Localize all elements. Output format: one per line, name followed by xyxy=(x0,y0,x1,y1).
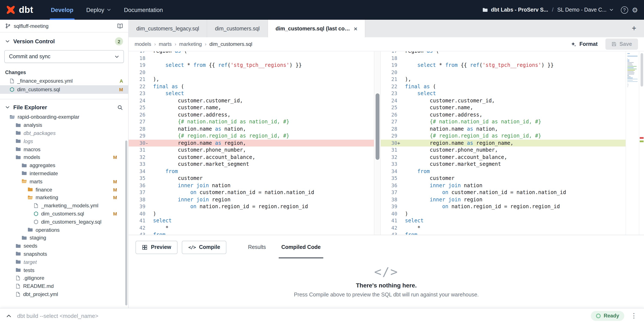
code-line[interactable]: 40) xyxy=(380,210,626,217)
change-item[interactable]: dim_customers.sqlM xyxy=(0,85,128,94)
code-line[interactable]: 21), xyxy=(380,76,626,83)
code-line[interactable]: 28 nation.name as nation, xyxy=(380,125,626,132)
code-line[interactable]: 33 customer.market_segment xyxy=(380,161,626,168)
breadcrumb-item[interactable]: marts xyxy=(159,41,172,47)
code-line[interactable]: 20 xyxy=(129,69,374,76)
code-line[interactable]: 36 inner join nation xyxy=(380,182,626,189)
nav-item-develop[interactable]: Develop xyxy=(44,0,80,20)
code-line[interactable]: 38 inner join region xyxy=(129,196,374,203)
tree-item[interactable]: macros xyxy=(0,145,128,153)
search-icon[interactable] xyxy=(117,104,123,110)
diff-pane-left[interactable]: 17region as (1819 select * from {{ ref('… xyxy=(129,51,374,235)
tree-item[interactable]: dim_customers_legacy.sql xyxy=(0,218,128,226)
file-explorer-header[interactable]: File Explorer xyxy=(0,99,128,113)
breadcrumb-item[interactable]: models xyxy=(135,41,151,47)
scrollbar-thumb[interactable] xyxy=(640,53,643,86)
code-line[interactable]: 37 on customer.nation_id = nation.nation… xyxy=(380,189,626,196)
code-line[interactable]: 32 customer.account_balance, xyxy=(380,154,626,161)
code-line[interactable]: 35 customer xyxy=(380,175,626,182)
account-selector[interactable]: dbt Labs - ProServ S... xyxy=(482,7,548,13)
chevron-down-icon[interactable] xyxy=(114,54,119,59)
tree-item[interactable]: aggregates xyxy=(0,161,128,170)
code-line[interactable]: 17region as ( xyxy=(129,51,374,55)
tree-item[interactable]: target xyxy=(0,258,128,266)
code-line[interactable]: 28 nation.name as nation, xyxy=(129,125,374,132)
tree-item[interactable]: seeds xyxy=(0,242,128,250)
code-line[interactable]: 43from xyxy=(129,231,374,235)
new-tab-button[interactable]: + xyxy=(624,20,644,37)
preview-button[interactable]: Preview xyxy=(136,241,178,254)
editor-tab[interactable]: dim_customers.sql xyxy=(207,20,268,37)
branch-name[interactable]: sqlfluff-meeting xyxy=(14,23,48,29)
code-line[interactable]: 17region as ( xyxy=(380,51,626,55)
code-line[interactable]: 42 * xyxy=(380,224,626,231)
code-line[interactable]: 24 customer.customer_id, xyxy=(129,97,374,104)
format-button[interactable]: Format xyxy=(568,39,600,49)
tree-item[interactable]: financeM xyxy=(0,186,128,194)
code-line[interactable]: 34 from xyxy=(380,168,626,175)
breadcrumb-item[interactable]: dim_customers.sql xyxy=(210,41,252,47)
code-line[interactable]: 30+ region.name as region_name, xyxy=(380,139,626,146)
code-line[interactable]: 26 customer.address, xyxy=(129,111,374,118)
panel-tab-compiled-code[interactable]: Compiled Code xyxy=(280,240,321,255)
code-line[interactable]: 27 {# nation.nation_id as nation_id, #} xyxy=(380,118,626,125)
minimap[interactable] xyxy=(626,51,639,235)
code-line[interactable]: 18 xyxy=(129,55,374,62)
tree-item[interactable]: snapshots xyxy=(0,250,128,258)
tree-item[interactable]: logs xyxy=(0,137,128,145)
code-line[interactable]: 42 * xyxy=(129,224,374,231)
overview-ruler[interactable] xyxy=(639,51,644,235)
book-icon[interactable] xyxy=(117,23,123,29)
tree-item[interactable]: modelsM xyxy=(0,153,128,161)
editor-tab[interactable]: dim_customers_legacy.sql xyxy=(129,20,207,37)
code-line[interactable]: 38 inner join region xyxy=(380,196,626,203)
code-line[interactable]: 41select xyxy=(380,217,626,224)
nav-item-documentation[interactable]: Documentation xyxy=(118,0,169,20)
change-item[interactable]: _finance_exposures.ymlA xyxy=(0,77,128,85)
tree-item[interactable]: analysis xyxy=(0,121,128,129)
code-line[interactable]: 29 {# region.region_id as region_id, #} xyxy=(129,132,374,139)
dbt-logo[interactable]: dbt xyxy=(6,5,33,15)
tree-item[interactable]: rapid-onboarding-exemplar xyxy=(0,113,128,121)
panel-tab-results[interactable]: Results xyxy=(247,240,267,255)
code-line[interactable]: 25 customer.name, xyxy=(380,104,626,111)
code-line[interactable]: 21), xyxy=(129,76,374,83)
version-control-header[interactable]: Version Control 2 xyxy=(0,32,128,48)
tree-item[interactable]: staging xyxy=(0,234,128,242)
breadcrumb-item[interactable]: marketing xyxy=(179,41,202,47)
kebab-menu-icon[interactable]: ⋮ xyxy=(630,312,638,320)
save-button[interactable]: Save xyxy=(606,38,638,50)
close-icon[interactable]: × xyxy=(354,25,357,31)
tree-item[interactable]: dbt_packages xyxy=(0,129,128,137)
settings-gear-icon[interactable]: ⚙ xyxy=(632,6,638,14)
tree-item[interactable]: .gitignore xyxy=(0,274,128,282)
code-line[interactable]: 34 from xyxy=(129,168,374,175)
code-line[interactable]: 18 xyxy=(380,55,626,62)
editor-tab[interactable]: dim_customers.sql (last co…× xyxy=(268,20,366,37)
scrollbar-thumb[interactable] xyxy=(376,94,379,160)
tree-item[interactable]: dbt_project.yml xyxy=(0,290,128,298)
tree-item[interactable]: README.md xyxy=(0,282,128,290)
code-line[interactable]: 43from xyxy=(380,231,626,235)
command-input[interactable] xyxy=(17,313,585,319)
tree-item[interactable]: operations xyxy=(0,226,128,234)
code-line[interactable]: 39 on nation.region_id = region.region_i… xyxy=(129,203,374,210)
commit-and-sync-button[interactable]: Commit and sync xyxy=(4,50,124,63)
sidebar-scrollbar[interactable] xyxy=(125,140,127,306)
diff-pane-right[interactable]: 17region as (1819 select * from {{ ref('… xyxy=(380,51,626,235)
chevron-up-icon[interactable] xyxy=(6,313,12,319)
code-line[interactable]: 23 select xyxy=(380,90,626,97)
code-line[interactable]: 41select xyxy=(129,217,374,224)
tree-item[interactable]: marketingM xyxy=(0,194,128,202)
code-line[interactable]: 31 customer.phone_number, xyxy=(129,146,374,154)
tree-item[interactable]: dim_customers.sqlM xyxy=(0,210,128,218)
tree-item[interactable]: tests xyxy=(0,266,128,274)
code-line[interactable]: 20 xyxy=(380,69,626,76)
code-line[interactable]: 22final as ( xyxy=(380,83,626,90)
nav-item-deploy[interactable]: Deploy xyxy=(80,0,118,20)
project-selector[interactable]: SL Demo - Dave C... xyxy=(558,7,614,13)
tree-item[interactable]: martsM xyxy=(0,178,128,186)
code-line[interactable]: 40) xyxy=(129,210,374,217)
code-line[interactable]: 26 customer.address, xyxy=(380,111,626,118)
code-line[interactable]: 22final as ( xyxy=(129,83,374,90)
